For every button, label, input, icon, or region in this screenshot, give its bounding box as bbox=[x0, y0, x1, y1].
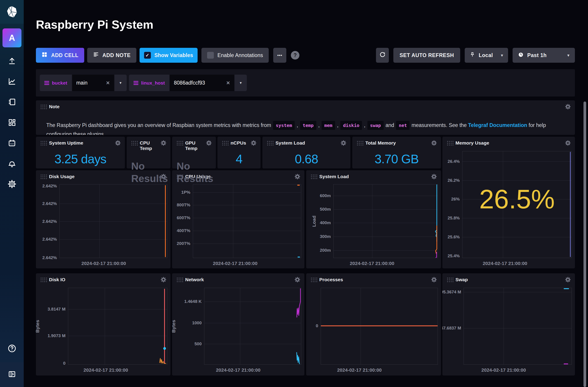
graphs-icon[interactable] bbox=[0, 73, 24, 90]
y-tick-label: 2.642% bbox=[42, 255, 57, 260]
y-tick-label: 0 bbox=[63, 361, 65, 366]
set-auto-refresh-button[interactable]: SET AUTO REFRESH bbox=[393, 48, 460, 63]
drag-handle-icon[interactable] bbox=[447, 277, 454, 283]
processes-plot[interactable]: 02024-02-17 21:00:00 bbox=[321, 288, 438, 365]
show-variables-toggle[interactable]: ✓ Show Variables bbox=[140, 48, 198, 63]
checkbox-checked-icon[interactable]: ✓ bbox=[144, 52, 151, 59]
cell-title: Disk Usage bbox=[49, 174, 75, 179]
gear-icon[interactable] bbox=[294, 277, 300, 284]
chart-cell-memory-usage: Memory Usage 26.4%26.2%26%25.8%25.6%25.4… bbox=[442, 137, 575, 268]
drag-handle-icon[interactable] bbox=[41, 277, 47, 283]
drag-handle-icon[interactable] bbox=[447, 141, 454, 147]
measurement-chip: mem bbox=[322, 121, 335, 130]
checkbox-empty-icon[interactable] bbox=[207, 52, 214, 59]
time-range-dropdown[interactable]: Past 1h ▾ bbox=[513, 48, 575, 63]
gear-icon[interactable] bbox=[251, 140, 256, 147]
variable-linux-host: linux_host 8086adfccf93 ✕ ▾ bbox=[129, 75, 247, 91]
drag-handle-icon[interactable] bbox=[311, 277, 317, 283]
gear-icon[interactable] bbox=[565, 140, 571, 147]
upload-icon[interactable] bbox=[0, 53, 24, 69]
help-badge[interactable]: ? bbox=[291, 51, 299, 59]
influxdb-logo[interactable] bbox=[0, 0, 24, 24]
settings-icon[interactable] bbox=[0, 176, 24, 192]
gear-icon[interactable] bbox=[340, 140, 346, 147]
enable-annotations-toggle[interactable]: Enable Annotations bbox=[201, 48, 269, 63]
telegraf-docs-link[interactable]: Telegraf Documentation bbox=[468, 122, 527, 128]
cell-title: CPU Temp bbox=[140, 140, 162, 151]
drag-handle-icon[interactable] bbox=[41, 104, 47, 110]
y-tick-label: 400T% bbox=[177, 228, 190, 233]
gear-icon[interactable] bbox=[565, 104, 571, 111]
variables-strip: bucket main ✕ ▾ linux_host 8086adfccf93 … bbox=[36, 69, 575, 97]
variable-caret[interactable]: ▾ bbox=[235, 75, 247, 91]
clear-icon[interactable]: ✕ bbox=[101, 80, 110, 86]
expand-sidebar-icon[interactable] bbox=[0, 366, 24, 383]
measurement-chip: swap bbox=[367, 121, 384, 130]
swap-plot[interactable]: 95.3674 M47.6837 M2024-02-17 21:00:00 bbox=[463, 288, 572, 365]
disk-io-plot[interactable]: 3.8147 M1.9073 M0Bytes2024-02-17 21:00:0… bbox=[68, 288, 167, 365]
y-tick-label: 400m bbox=[320, 220, 331, 225]
y-tick-label: 1P% bbox=[181, 190, 190, 195]
gear-icon[interactable] bbox=[431, 174, 437, 180]
cell-title: Total Memory bbox=[365, 140, 396, 146]
network-plot[interactable]: 1.4648 K1000500Bytes2024-02-17 21:00:00 bbox=[204, 288, 301, 365]
alerts-icon[interactable] bbox=[0, 155, 24, 172]
more-options-button[interactable]: ••• bbox=[273, 48, 286, 63]
clear-icon[interactable]: ✕ bbox=[222, 80, 230, 86]
variable-value-dropdown[interactable]: 8086adfccf93 ✕ bbox=[170, 75, 234, 91]
gear-icon[interactable] bbox=[161, 140, 167, 147]
cell-title: nCPUs bbox=[231, 140, 246, 146]
add-cell-button[interactable]: ADD CELL bbox=[36, 48, 84, 63]
drag-handle-icon[interactable] bbox=[41, 174, 47, 180]
memory-usage-plot[interactable]: 26.4%26.2%26%25.8%25.6%25.4%26.5%2024-02… bbox=[462, 151, 572, 258]
disk-usage-plot[interactable]: 2.642%2.642%2.642%2.642%2.642%2024-02-17… bbox=[59, 184, 167, 258]
system-load-plot[interactable]: 600m500m400m300m200mLoad2024-02-17 21:00… bbox=[333, 184, 438, 258]
drag-handle-icon[interactable] bbox=[131, 141, 138, 147]
y-tick-label: 2.642% bbox=[42, 184, 57, 189]
cell-title: System Load bbox=[319, 174, 349, 179]
drag-handle-icon[interactable] bbox=[177, 141, 183, 147]
x-tick-label: 2024-02-17 21:00:00 bbox=[213, 261, 257, 266]
gear-icon[interactable] bbox=[115, 140, 121, 147]
refresh-button[interactable] bbox=[376, 48, 389, 63]
cell-title: GPU Temp bbox=[185, 140, 208, 151]
stat-value: 3.70 GB bbox=[352, 149, 441, 169]
tasks-icon[interactable] bbox=[0, 135, 24, 151]
drag-handle-icon[interactable] bbox=[222, 141, 229, 147]
variable-caret[interactable]: ▾ bbox=[114, 75, 127, 91]
variable-label: bucket bbox=[40, 75, 72, 91]
gear-icon[interactable] bbox=[565, 277, 571, 284]
add-note-button[interactable]: ADD NOTE bbox=[87, 48, 136, 63]
avatar[interactable]: A bbox=[2, 28, 21, 47]
chevron-down-icon: ▾ bbox=[567, 53, 569, 58]
note-text: The Raspberry Pi dashboard gives you an … bbox=[46, 121, 565, 135]
drag-handle-icon[interactable] bbox=[41, 141, 47, 147]
gear-icon[interactable] bbox=[294, 174, 300, 180]
drag-handle-icon[interactable] bbox=[357, 141, 364, 147]
y-tick-label: 2.642% bbox=[42, 201, 57, 206]
drag-handle-icon[interactable] bbox=[177, 277, 183, 283]
y-tick-label: 200T% bbox=[177, 241, 190, 246]
gear-icon[interactable] bbox=[431, 140, 437, 147]
timezone-label: Local bbox=[479, 52, 497, 58]
dashboards-icon[interactable] bbox=[0, 114, 24, 131]
gear-icon[interactable] bbox=[206, 140, 212, 147]
notebooks-icon[interactable] bbox=[0, 94, 24, 110]
single-stat-overlay: 26.5% bbox=[462, 184, 571, 214]
chart-cell-disk-io: Disk IO 3.8147 M1.9073 M0Bytes2024-02-17… bbox=[36, 273, 170, 375]
x-tick-label: 2024-02-17 21:00:00 bbox=[482, 368, 526, 373]
help-icon[interactable] bbox=[0, 340, 24, 357]
y-tick-label: 200m bbox=[320, 248, 331, 253]
y-tick-label: 0 bbox=[316, 323, 318, 328]
x-tick-label: 2024-02-17 21:00:00 bbox=[483, 261, 527, 266]
gear-icon[interactable] bbox=[431, 277, 437, 284]
vertical-scrollbar[interactable] bbox=[584, 101, 586, 387]
cpu-usage-plot[interactable]: 1P%800T%600T%400T%200T%2024-02-17 21:00:… bbox=[193, 184, 301, 258]
gear-icon[interactable] bbox=[161, 277, 167, 284]
drag-handle-icon[interactable] bbox=[311, 174, 317, 180]
drag-handle-icon[interactable] bbox=[267, 141, 274, 147]
variable-value-dropdown[interactable]: main ✕ bbox=[72, 75, 114, 91]
timezone-dropdown[interactable]: Local ▾ bbox=[465, 48, 508, 63]
x-tick-label: 2024-02-17 21:00:00 bbox=[81, 261, 126, 266]
grid-icon bbox=[42, 52, 47, 59]
